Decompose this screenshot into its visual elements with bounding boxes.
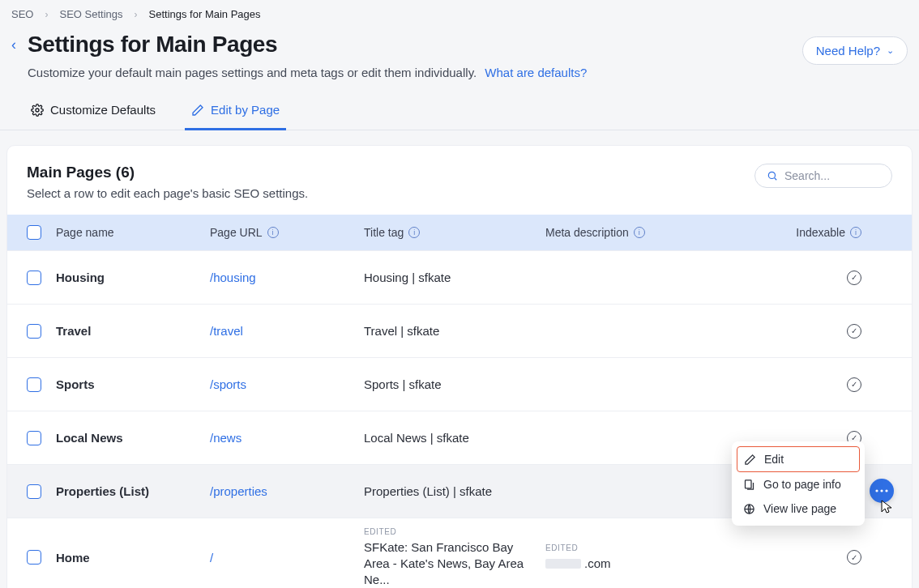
cell-page-url[interactable]: / [210, 543, 364, 573]
check-circle-icon: ✓ [847, 550, 861, 565]
row-actions-popover: Edit Go to page info View live page [732, 441, 865, 526]
cell-page-name: Properties (List) [56, 476, 210, 506]
check-circle-icon: ✓ [847, 377, 861, 392]
search-icon [767, 170, 778, 181]
cursor-icon [881, 500, 894, 526]
row-checkbox[interactable] [27, 550, 41, 565]
cell-meta-description [545, 270, 789, 286]
popover-edit[interactable]: Edit [737, 446, 860, 472]
edited-badge: EDITED [364, 526, 541, 538]
globe-icon [743, 503, 755, 515]
cell-title-tag: Properties (List) | sfkate [364, 476, 545, 506]
more-horizontal-icon [875, 489, 888, 492]
svg-point-3 [880, 489, 883, 492]
col-indexable: Indexablei [789, 226, 910, 239]
pencil-icon [744, 454, 756, 466]
cell-page-url[interactable]: /housing [210, 262, 364, 292]
svg-point-4 [885, 489, 887, 492]
cell-meta-description: EDITED .com [545, 535, 789, 580]
row-checkbox[interactable] [27, 324, 41, 339]
table-row[interactable]: Sports /sports Sports | sfkate ✓ [7, 357, 912, 411]
cell-page-name: Home [56, 543, 210, 573]
chevron-right-icon: › [135, 9, 138, 20]
need-help-button[interactable]: Need Help? ⌄ [802, 36, 908, 65]
search-field[interactable] [754, 164, 892, 188]
cell-indexable: ✓ [789, 324, 910, 339]
cell-meta-description [545, 323, 789, 339]
info-icon[interactable]: i [408, 227, 420, 238]
popover-view-live-page[interactable]: View live page [737, 496, 860, 521]
svg-point-1 [768, 172, 775, 178]
cell-meta-description [545, 377, 789, 393]
svg-point-2 [875, 489, 878, 492]
info-icon[interactable]: i [634, 227, 645, 238]
back-arrow-icon[interactable]: ‹ [11, 32, 16, 53]
row-checkbox[interactable] [27, 484, 41, 499]
card-subtitle: Select a row to edit each page's basic S… [27, 186, 308, 200]
edited-badge: EDITED [545, 543, 784, 554]
breadcrumb-seo[interactable]: SEO [11, 8, 33, 20]
cell-page-url[interactable]: /news [210, 423, 364, 453]
cell-page-url[interactable]: /sports [210, 369, 364, 399]
check-circle-icon: ✓ [847, 324, 861, 339]
search-input[interactable] [784, 169, 874, 182]
table-header: Page name Page URLi Title tagi Meta desc… [7, 215, 912, 250]
main-pages-card: Main Pages (6) Select a row to edit each… [6, 145, 913, 588]
page-info-icon [743, 479, 755, 491]
cell-title-tag: Housing | sfkate [364, 262, 545, 292]
svg-rect-5 [746, 479, 752, 488]
tabs: Customize Defaults Edit by Page [0, 79, 919, 130]
row-checkbox[interactable] [27, 431, 41, 445]
page-subtitle: Customize your default main pages settin… [28, 66, 587, 79]
card-title: Main Pages (6) [27, 164, 308, 181]
col-meta-description: Meta descriptioni [545, 226, 789, 239]
cell-page-name: Sports [56, 369, 210, 399]
chevron-down-icon: ⌄ [887, 45, 894, 56]
col-title-tag: Title tagi [364, 226, 545, 239]
defaults-link[interactable]: What are defaults? [485, 66, 587, 79]
row-checkbox[interactable] [27, 271, 41, 285]
cell-title-tag: EDITED SFKate: San Francisco Bay Area - … [364, 518, 545, 588]
info-icon[interactable]: i [850, 227, 861, 238]
pencil-icon [191, 104, 204, 117]
redacted-text [545, 559, 581, 569]
info-icon[interactable]: i [267, 227, 279, 238]
cell-page-name: Travel [56, 316, 210, 346]
cell-page-name: Housing [56, 262, 210, 292]
check-circle-icon: ✓ [847, 271, 861, 285]
svg-point-0 [36, 109, 39, 112]
popover-go-to-page-info[interactable]: Go to page info [737, 472, 860, 496]
gear-icon [31, 104, 44, 117]
tab-edit-by-page[interactable]: Edit by Page [185, 103, 286, 130]
table-row[interactable]: Home / EDITED SFKate: San Francisco Bay … [7, 518, 912, 588]
cell-indexable: ✓ [789, 550, 910, 565]
col-page-name: Page name [56, 226, 210, 239]
cell-indexable: ✓ [789, 271, 910, 285]
cell-page-name: Local News [56, 423, 210, 453]
breadcrumb-seo-settings[interactable]: SEO Settings [59, 8, 122, 20]
breadcrumbs: SEO › SEO Settings › Settings for Main P… [0, 0, 919, 20]
cell-page-url[interactable]: /properties [210, 476, 364, 506]
select-all-checkbox[interactable] [27, 225, 41, 240]
table-row[interactable]: Travel /travel Travel | sfkate ✓ [7, 304, 912, 357]
cell-title-tag: Local News | sfkate [364, 423, 545, 453]
col-page-url: Page URLi [210, 226, 364, 239]
cell-title-tag: Travel | sfkate [364, 316, 545, 346]
row-checkbox[interactable] [27, 377, 41, 392]
page-title: Settings for Main Pages [28, 32, 587, 58]
cell-page-url[interactable]: /travel [210, 316, 364, 346]
table-row[interactable]: Housing /housing Housing | sfkate ✓ [7, 250, 912, 304]
cell-title-tag: Sports | sfkate [364, 369, 545, 399]
chevron-right-icon: › [45, 9, 48, 20]
breadcrumb-current: Settings for Main Pages [149, 8, 261, 20]
cell-indexable: ✓ [789, 377, 910, 392]
tab-customize-defaults[interactable]: Customize Defaults [24, 103, 162, 130]
